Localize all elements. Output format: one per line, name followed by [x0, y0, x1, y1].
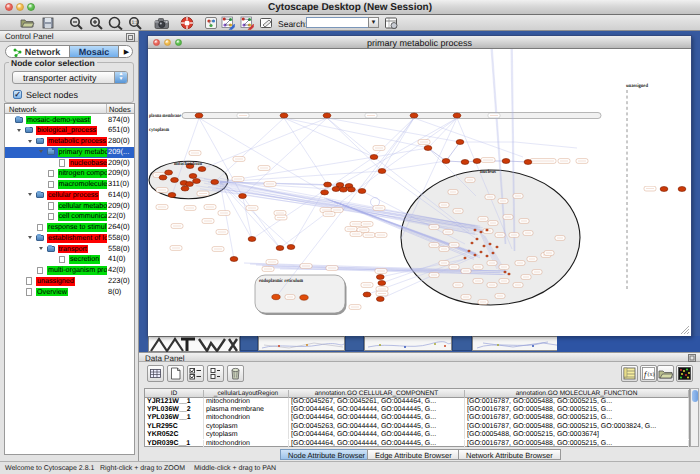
- svg-text:(x): (x): [648, 371, 655, 378]
- svg-text:plasma membrane: plasma membrane: [149, 113, 182, 119]
- svg-text:unassigned: unassigned: [626, 83, 648, 89]
- svg-text:mitochondrion: mitochondrion: [174, 161, 202, 167]
- svg-text:cytoplasm: cytoplasm: [149, 127, 170, 133]
- svg-text:1:1: 1:1: [131, 20, 138, 26]
- svg-text:nucleus: nucleus: [480, 169, 496, 175]
- svg-text:endoplasmic reticulum: endoplasmic reticulum: [259, 278, 304, 284]
